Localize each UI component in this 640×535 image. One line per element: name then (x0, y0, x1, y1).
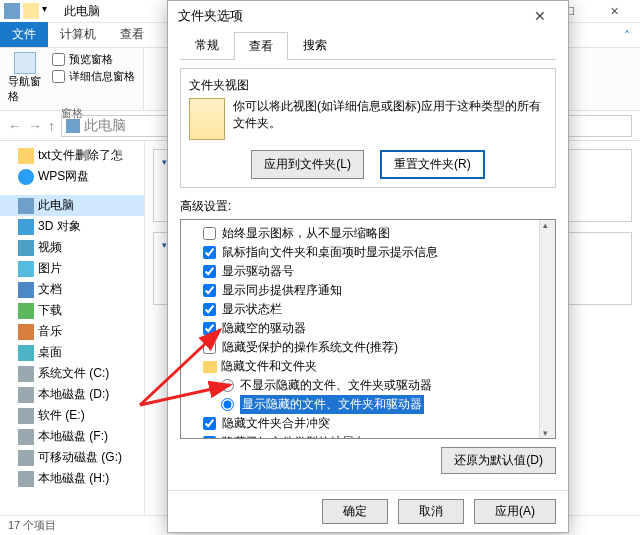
close-button[interactable]: ✕ (592, 0, 636, 22)
sidebar-item-label: 此电脑 (38, 197, 74, 214)
drv-icon (18, 387, 34, 403)
drv-icon (18, 366, 34, 382)
cancel-button[interactable]: 取消 (398, 499, 464, 524)
sidebar-item-label: txt文件删除了怎 (38, 147, 123, 164)
advanced-option[interactable]: 显示驱动器号 (187, 262, 553, 281)
dialog-close-icon[interactable]: ✕ (522, 2, 558, 30)
d3d-icon (18, 219, 34, 235)
advanced-option[interactable]: 显示状态栏 (187, 300, 553, 319)
advanced-option[interactable]: 隐藏已知文件类型的扩展名 (187, 433, 553, 439)
sidebar-item[interactable]: 本地磁盘 (H:) (0, 468, 144, 489)
advanced-option[interactable]: 不显示隐藏的文件、文件夹或驱动器 (187, 376, 553, 395)
check-input[interactable] (203, 341, 216, 354)
dropdown-ql-icon[interactable]: ▾ (42, 3, 58, 19)
ribbon-file-tab[interactable]: 文件 (0, 22, 48, 47)
advanced-option[interactable]: 隐藏受保护的操作系统文件(推荐) (187, 338, 553, 357)
desk-icon (18, 345, 34, 361)
pc-icon (18, 198, 34, 214)
sidebar-item-label: 本地磁盘 (D:) (38, 386, 109, 403)
option-label: 显示同步提供程序通知 (222, 281, 342, 300)
sidebar-item[interactable]: 文档 (0, 279, 144, 300)
sidebar-item-label: 文档 (38, 281, 62, 298)
sidebar-item[interactable]: 桌面 (0, 342, 144, 363)
ok-button[interactable]: 确定 (322, 499, 388, 524)
advanced-option[interactable]: 显示同步提供程序通知 (187, 281, 553, 300)
sidebar-item[interactable]: 此电脑 (0, 195, 144, 216)
folder-ql-icon[interactable] (23, 3, 39, 19)
check-input[interactable] (203, 322, 216, 335)
ribbon-collapse-icon[interactable]: ˄ (614, 25, 640, 47)
option-label: 显示隐藏的文件、文件夹和驱动器 (240, 395, 424, 414)
ribbon-view-tab[interactable]: 查看 (108, 22, 156, 47)
sidebar-item-label: 3D 对象 (38, 218, 81, 235)
fold-icon (18, 148, 34, 164)
scrollbar[interactable] (539, 220, 555, 438)
sidebar-item[interactable]: WPS网盘 (0, 166, 144, 187)
advanced-option[interactable]: 鼠标指向文件夹和桌面项时显示提示信息 (187, 243, 553, 262)
advanced-option[interactable]: 显示隐藏的文件、文件夹和驱动器 (187, 395, 553, 414)
check-input[interactable] (203, 246, 216, 259)
advanced-option[interactable]: 隐藏空的驱动器 (187, 319, 553, 338)
check-input[interactable] (203, 284, 216, 297)
tab-search[interactable]: 搜索 (288, 31, 342, 59)
sidebar-item[interactable]: 图片 (0, 258, 144, 279)
sidebar-item[interactable]: 3D 对象 (0, 216, 144, 237)
folder-views-group: 文件夹视图 你可以将此视图(如详细信息或图标)应用于这种类型的所有文件夹。 应用… (180, 68, 556, 188)
nav-sidebar[interactable]: txt文件删除了怎WPS网盘此电脑3D 对象视频图片文档下载音乐桌面系统文件 (… (0, 141, 145, 515)
sidebar-item[interactable]: txt文件删除了怎 (0, 145, 144, 166)
tab-view[interactable]: 查看 (234, 32, 288, 60)
check-input[interactable] (203, 303, 216, 316)
option-label: 隐藏文件夹合并冲突 (222, 414, 330, 433)
restore-defaults-button[interactable]: 还原为默认值(D) (441, 447, 556, 474)
radio-input[interactable] (221, 379, 234, 392)
sidebar-item-label: 可移动磁盘 (G:) (38, 449, 122, 466)
drv-icon (18, 471, 34, 487)
sidebar-item[interactable]: 系统文件 (C:) (0, 363, 144, 384)
folder-options-dialog: 文件夹选项 ✕ 常规 查看 搜索 文件夹视图 你可以将此视图(如详细信息或图标)… (167, 0, 569, 533)
check-input[interactable] (203, 417, 216, 430)
app-icon (4, 3, 20, 19)
sidebar-item[interactable]: 软件 (E:) (0, 405, 144, 426)
details-pane-toggle[interactable]: 详细信息窗格 (52, 69, 135, 84)
nav-up-icon[interactable]: ↑ (48, 118, 55, 134)
sidebar-item[interactable]: 本地磁盘 (F:) (0, 426, 144, 447)
nav-pane-button[interactable]: 导航窗格 (8, 52, 42, 104)
advanced-option[interactable]: 隐藏文件夹合并冲突 (187, 414, 553, 433)
check-input[interactable] (203, 436, 216, 439)
nav-back-icon[interactable]: ← (8, 118, 22, 134)
advanced-label: 高级设置: (180, 198, 556, 215)
option-label: 显示状态栏 (222, 300, 282, 319)
pic-icon (18, 261, 34, 277)
ribbon-computer-tab[interactable]: 计算机 (48, 22, 108, 47)
check-input[interactable] (203, 227, 216, 240)
nav-pane-icon (14, 52, 36, 74)
apply-to-folders-button[interactable]: 应用到文件夹(L) (251, 150, 364, 179)
sidebar-item[interactable]: 视频 (0, 237, 144, 258)
check-input[interactable] (203, 265, 216, 278)
sidebar-item[interactable]: 音乐 (0, 321, 144, 342)
folder-views-heading: 文件夹视图 (189, 77, 547, 94)
sidebar-item-label: 本地磁盘 (H:) (38, 470, 109, 487)
sidebar-item-label: WPS网盘 (38, 168, 89, 185)
folder-icon (203, 361, 217, 373)
preview-pane-toggle[interactable]: 预览窗格 (52, 52, 135, 67)
advanced-option[interactable]: 始终显示图标，从不显示缩略图 (187, 224, 553, 243)
tab-general[interactable]: 常规 (180, 31, 234, 59)
radio-input[interactable] (221, 398, 234, 411)
ribbon-group-panes: 导航窗格 预览窗格 详细信息窗格 窗格 (0, 48, 144, 110)
advanced-option[interactable]: 隐藏文件和文件夹 (187, 357, 553, 376)
option-label: 不显示隐藏的文件、文件夹或驱动器 (240, 376, 432, 395)
sidebar-item[interactable]: 可移动磁盘 (G:) (0, 447, 144, 468)
reset-folders-button[interactable]: 重置文件夹(R) (380, 150, 485, 179)
apply-button[interactable]: 应用(A) (474, 499, 556, 524)
option-label: 鼠标指向文件夹和桌面项时显示提示信息 (222, 243, 438, 262)
advanced-settings-tree[interactable]: 始终显示图标，从不显示缩略图鼠标指向文件夹和桌面项时显示提示信息显示驱动器号显示… (180, 219, 556, 439)
dialog-titlebar: 文件夹选项 ✕ (168, 1, 568, 31)
sidebar-item[interactable]: 下载 (0, 300, 144, 321)
folder-views-icon (189, 98, 225, 140)
dialog-actions: 确定 取消 应用(A) (168, 490, 568, 532)
sidebar-item[interactable]: 本地磁盘 (D:) (0, 384, 144, 405)
nav-fwd-icon[interactable]: → (28, 118, 42, 134)
sidebar-item-label: 视频 (38, 239, 62, 256)
option-label: 显示驱动器号 (222, 262, 294, 281)
